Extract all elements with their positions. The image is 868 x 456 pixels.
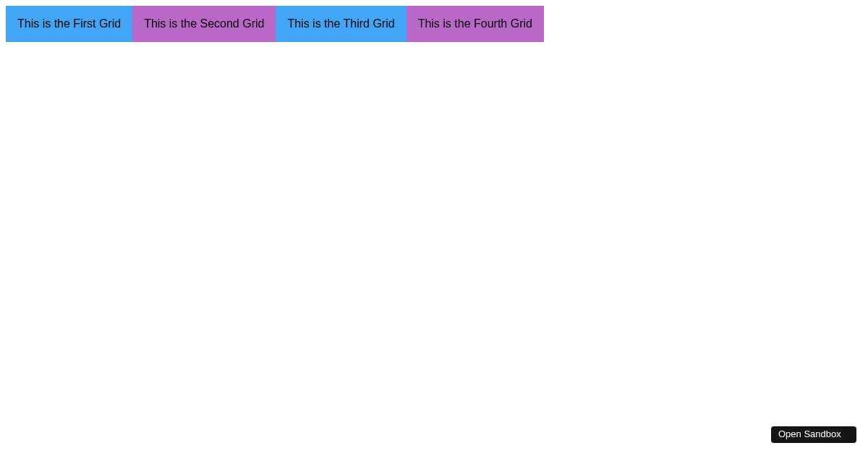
- open-sandbox-button[interactable]: Open Sandbox: [771, 426, 856, 443]
- grid-container: This is the First Grid This is the Secon…: [0, 0, 868, 48]
- grid-item-fourth: This is the Fourth Grid: [407, 6, 544, 42]
- grid-item-third: This is the Third Grid: [276, 6, 406, 42]
- grid-item-first: This is the First Grid: [6, 6, 132, 42]
- grid-item-second: This is the Second Grid: [132, 6, 276, 42]
